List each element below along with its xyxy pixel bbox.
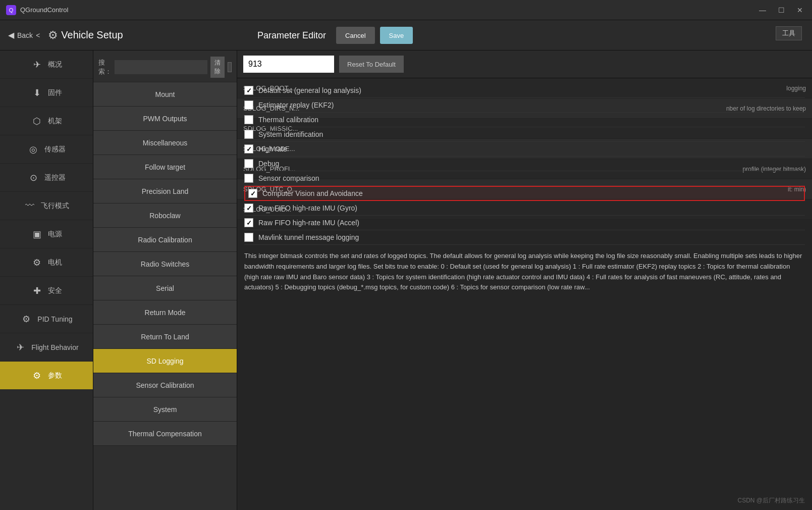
checkbox-sysid[interactable] xyxy=(244,130,253,139)
app-icon: Q xyxy=(6,5,16,15)
sidebar-label-flight-behavior: Flight Behavior xyxy=(31,343,78,351)
filter-checkbox[interactable] xyxy=(228,62,232,72)
vehicle-setup-icon: ⚙ xyxy=(48,29,58,42)
sidebar-label-safety: 安全 xyxy=(48,286,62,295)
nav-item-radio-cal[interactable]: Radio Calibration xyxy=(93,228,237,252)
clear-button[interactable]: 清除 xyxy=(210,57,225,78)
sidebar-item-pid[interactable]: ⚙ PID Tuning xyxy=(0,305,93,333)
vehicle-setup-title: Vehicle Setup xyxy=(61,29,123,41)
nav-label-mount: Mount xyxy=(155,90,175,98)
nav-label-return-mode: Return Mode xyxy=(145,309,186,317)
checkboxes-area: Default set (general log analysis) Estim… xyxy=(237,78,812,298)
checkbox-debug[interactable] xyxy=(244,159,253,168)
nav-label-sd-logging: SD Logging xyxy=(146,357,183,365)
checkbox-row-highrate: High rate xyxy=(244,142,805,157)
content-panel: SDLOG_BOOT_... logging SDLOG_DIRS_N... n… xyxy=(237,50,812,510)
checkbox-cv[interactable] xyxy=(248,189,257,198)
flight-behavior-icon: ✈ xyxy=(14,342,26,353)
checkbox-row-accel: Raw FIFO high-rate IMU (Accel) xyxy=(244,216,805,230)
search-input[interactable] xyxy=(115,60,207,74)
sidebar-item-airframe[interactable]: ⬡ 机架 xyxy=(0,107,93,135)
nav-label-follow: Follow target xyxy=(145,163,185,171)
param-editor-bar: Parameter Editor Cancel Save xyxy=(257,20,413,50)
sidebar-label-airframe: 机架 xyxy=(48,117,62,126)
sidebar-label-sensors: 传感器 xyxy=(44,145,66,154)
save-button[interactable]: Save xyxy=(380,27,413,44)
back-button[interactable]: ◀ Back < xyxy=(8,30,40,40)
sidebar-item-params[interactable]: ⚙ 参数 xyxy=(0,362,93,390)
value-bar: Reset To Default xyxy=(237,50,812,78)
checkbox-mavlink[interactable] xyxy=(244,233,253,242)
nav-item-system[interactable]: System xyxy=(93,397,237,422)
motors-icon: ⚙ xyxy=(31,257,43,268)
separator: < xyxy=(36,31,40,39)
sidebar-item-sensors[interactable]: ◎ 传感器 xyxy=(0,135,93,164)
nav-item-misc[interactable]: Miscellaneous xyxy=(93,131,237,155)
checkbox-accel[interactable] xyxy=(244,218,253,227)
safety-icon: ✚ xyxy=(31,285,43,296)
checkbox-thermal[interactable] xyxy=(244,115,253,124)
value-input[interactable] xyxy=(243,56,334,73)
sidebar-item-motors[interactable]: ⚙ 电机 xyxy=(0,248,93,277)
nav-item-pwm[interactable]: PWM Outputs xyxy=(93,107,237,131)
checkbox-row-mavlink: Mavlink tunnel message logging xyxy=(244,230,805,245)
checkbox-estimator[interactable] xyxy=(244,100,253,110)
checkbox-row-cv: Computer Vision and Avoidance xyxy=(244,186,805,201)
nav-label-thermal: Thermal Compensation xyxy=(128,430,202,438)
nav-label-roboclaw: Roboclaw xyxy=(149,212,180,220)
checkbox-label-default: Default set (general log analysis) xyxy=(258,86,361,94)
sidebar-item-flight-modes[interactable]: 〰 飞行模式 xyxy=(0,192,93,220)
params-icon: ⚙ xyxy=(31,370,43,381)
checkbox-label-estimator: Estimator replay (EKF2) xyxy=(258,101,334,109)
sidebar-item-firmware[interactable]: ⬇ 固件 xyxy=(0,79,93,107)
sensors-icon: ◎ xyxy=(27,144,39,155)
nav-item-mount[interactable]: Mount xyxy=(93,82,237,107)
nav-label-precision: Precision Land xyxy=(142,187,189,195)
checkbox-label-mavlink: Mavlink tunnel message logging xyxy=(258,233,359,241)
checkbox-default[interactable] xyxy=(244,86,253,95)
reset-button[interactable]: Reset To Default xyxy=(339,56,404,73)
sidebar-item-power[interactable]: ▣ 电源 xyxy=(0,220,93,248)
nav-label-serial: Serial xyxy=(156,284,174,292)
firmware-icon: ⬇ xyxy=(31,87,43,98)
nav-item-radio-sw[interactable]: Radio Switches xyxy=(93,252,237,276)
checkbox-gyro[interactable] xyxy=(244,203,253,213)
nav-label-system: System xyxy=(153,405,177,414)
nav-item-precision[interactable]: Precision Land xyxy=(93,179,237,203)
nav-item-serial[interactable]: Serial xyxy=(93,276,237,300)
cancel-button[interactable]: Cancel xyxy=(336,27,374,44)
sidebar-item-safety[interactable]: ✚ 安全 xyxy=(0,277,93,305)
sidebar-item-flight-behavior[interactable]: ✈ Flight Behavior xyxy=(0,333,93,362)
checkbox-highrate[interactable] xyxy=(244,144,253,154)
sidebar-label-firmware: 固件 xyxy=(48,88,62,97)
sidebar-item-overview[interactable]: ✈ 概况 xyxy=(0,50,93,79)
nav-item-roboclaw[interactable]: Roboclaw xyxy=(93,203,237,228)
checkbox-row-debug: Debug xyxy=(244,157,805,171)
nav-panel: 搜索： 清除 Mount PWM Outputs Miscellaneous F… xyxy=(93,50,237,510)
nav-item-sd-logging[interactable]: SD Logging xyxy=(93,349,237,373)
sidebar-label-power: 电源 xyxy=(48,230,62,239)
nav-label-radio-cal: Radio Calibration xyxy=(138,236,192,244)
description-text: This integer bitmask controls the set an… xyxy=(244,251,805,293)
checkbox-sensor[interactable] xyxy=(244,174,253,183)
sidebar-item-radio[interactable]: ⊙ 遥控器 xyxy=(0,164,93,192)
sidebar-label-flight-modes: 飞行模式 xyxy=(41,201,69,211)
sidebar-label-params: 参数 xyxy=(48,371,62,380)
maximize-button[interactable]: ☐ xyxy=(775,5,788,15)
tool-button[interactable]: 工具 xyxy=(776,26,802,40)
nav-item-thermal[interactable]: Thermal Compensation xyxy=(93,422,237,446)
nav-item-return-land[interactable]: Return To Land xyxy=(93,325,237,349)
titlebar: Q QGroundControl — ☐ ✕ xyxy=(0,0,812,20)
nav-item-sensor-cal[interactable]: Sensor Calibration xyxy=(93,373,237,397)
back-label: Back xyxy=(17,31,33,39)
checkbox-label-debug: Debug xyxy=(258,160,279,168)
search-bar: 搜索： 清除 xyxy=(93,53,237,82)
close-button[interactable]: ✕ xyxy=(794,5,806,15)
checkbox-row-default: Default set (general log analysis) xyxy=(244,83,805,98)
nav-label-pwm: PWM Outputs xyxy=(143,115,187,123)
minimize-button[interactable]: — xyxy=(756,5,769,15)
nav-item-follow[interactable]: Follow target xyxy=(93,155,237,179)
param-editor-label: Parameter Editor xyxy=(257,30,326,41)
sidebar-label-motors: 电机 xyxy=(48,258,62,267)
nav-item-return-mode[interactable]: Return Mode xyxy=(93,300,237,325)
